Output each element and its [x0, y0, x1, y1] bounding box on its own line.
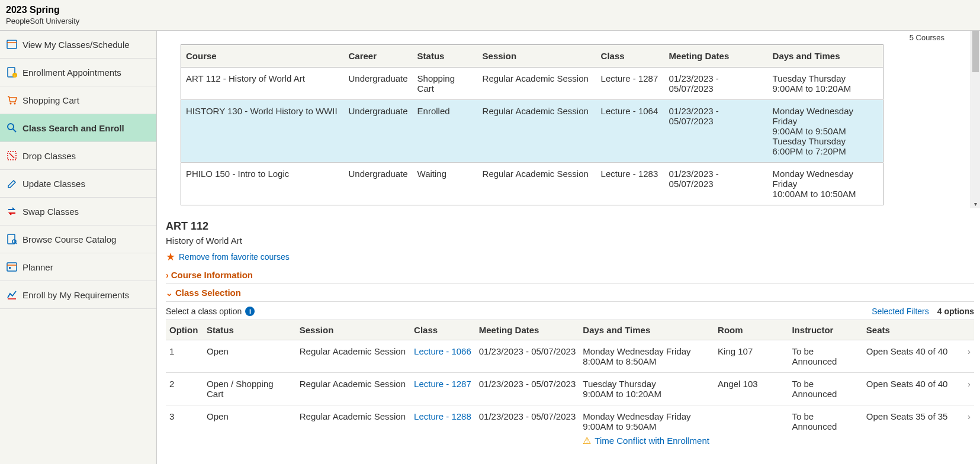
schedule-row[interactable]: HISTORY 130 - World History to WWII Unde…: [181, 100, 883, 163]
opt-header-dates: Meeting Dates: [475, 320, 580, 340]
course-code: ART 112: [166, 220, 974, 233]
cell-status: Shopping Cart: [413, 67, 478, 100]
info-icon[interactable]: i: [245, 307, 255, 316]
opt-seats: Open Seats 40 of 40: [863, 340, 959, 373]
opt-instructor: To be Announced: [788, 405, 862, 453]
page-header: 2023 Spring PeopleSoft University: [0, 0, 980, 31]
opt-room: Angel 103: [714, 373, 788, 405]
cell-career: Undergraduate: [344, 163, 413, 205]
sidebar-item-swap-classes[interactable]: Swap Classes: [0, 198, 156, 225]
opt-number: 2: [166, 373, 203, 405]
section-class-selection[interactable]: ⌄ Class Selection: [166, 284, 974, 302]
cell-times: Monday Wednesday Friday 10:00AM to 10:50…: [768, 163, 883, 205]
cell-times: Tuesday Thursday 9:00AM to 10:20AM: [768, 67, 883, 100]
remove-favorite-link[interactable]: ★ Remove from favorite courses: [166, 250, 974, 263]
class-link[interactable]: Lecture - 1066: [414, 346, 471, 356]
select-option-bar: Select a class option i Selected Filters…: [166, 302, 974, 320]
opt-room: King 107: [714, 340, 788, 373]
opt-dates: 01/23/2023 - 05/07/2023: [475, 373, 580, 405]
scrollbar[interactable]: ▾: [971, 31, 980, 208]
svg-line-8: [13, 129, 16, 132]
sidebar-item-enroll-by-requirements[interactable]: Enroll by My Requirements: [0, 281, 156, 309]
cell-session: Regular Academic Session: [478, 163, 596, 205]
cell-career: Undergraduate: [344, 67, 413, 100]
time-conflict-warning: ⚠ Time Conflict with Enrollment: [583, 435, 711, 446]
sidebar-item-planner[interactable]: Planner: [0, 253, 156, 281]
chevron-right-icon[interactable]: ›: [959, 340, 974, 373]
opt-times: Monday Wednesday Friday 8:00AM to 8:50AM: [579, 340, 714, 373]
class-options-table: Option Status Session Class Meeting Date…: [166, 320, 974, 452]
svg-rect-16: [9, 267, 11, 269]
chevron-right-icon[interactable]: ›: [959, 373, 974, 405]
sidebar-item-shopping-cart[interactable]: Shopping Cart: [0, 86, 156, 114]
star-icon: ★: [166, 250, 175, 263]
section-course-information[interactable]: › Course Information: [166, 266, 974, 284]
opt-header-class: Class: [410, 320, 475, 340]
sidebar-item-enrollment-appointments[interactable]: ! Enrollment Appointments: [0, 59, 156, 86]
col-header-dates: Meeting Dates: [664, 45, 768, 67]
scroll-down-icon[interactable]: ▾: [971, 199, 980, 208]
sidebar-item-drop-classes[interactable]: Drop Classes: [0, 142, 156, 170]
cell-dates: 01/23/2023 - 05/07/2023: [664, 67, 768, 100]
selected-filters-link[interactable]: Selected Filters: [872, 307, 928, 316]
chevron-right-icon[interactable]: ›: [959, 405, 974, 453]
schedule-table: Course Career Status Session Class Meeti…: [181, 44, 883, 205]
opt-number: 3: [166, 405, 203, 453]
opt-session: Regular Academic Session: [296, 373, 410, 405]
col-header-career: Career: [344, 45, 413, 67]
cell-session: Regular Academic Session: [478, 100, 596, 163]
drop-icon: [6, 150, 18, 162]
cell-dates: 01/23/2023 - 05/07/2023: [664, 100, 768, 163]
chart-icon: [6, 289, 18, 301]
sidebar-item-view-classes[interactable]: View My Classes/Schedule: [0, 31, 156, 59]
class-link[interactable]: Lecture - 1287: [414, 379, 471, 389]
cart-icon: [6, 94, 18, 106]
chevron-down-icon: ⌄: [166, 288, 173, 298]
opt-header-session: Session: [296, 320, 410, 340]
cell-course: PHILO 150 - Intro to Logic: [181, 163, 344, 205]
opt-header-seats: Seats: [863, 320, 959, 340]
opt-status: Open: [203, 340, 296, 373]
warning-text[interactable]: Time Conflict with Enrollment: [595, 436, 709, 446]
opt-header-status: Status: [203, 320, 296, 340]
cell-class: Lecture - 1064: [596, 100, 664, 163]
scrollbar-thumb[interactable]: [972, 31, 979, 72]
schedule-row[interactable]: ART 112 - History of World Art Undergrad…: [181, 67, 883, 100]
sidebar-item-label: Update Classes: [23, 179, 85, 189]
schedule-row[interactable]: PHILO 150 - Intro to Logic Undergraduate…: [181, 163, 883, 205]
opt-session: Regular Academic Session: [296, 405, 410, 453]
catalog-icon: [6, 233, 18, 245]
main-container: View My Classes/Schedule ! Enrollment Ap…: [0, 31, 980, 464]
opt-status: Open / Shopping Cart: [203, 373, 296, 405]
col-header-course: Course: [181, 45, 344, 67]
sidebar-item-label: Planner: [23, 262, 53, 272]
opt-status: Open: [203, 405, 296, 453]
course-header: ART 112 History of World Art: [166, 220, 974, 246]
class-link[interactable]: Lecture - 1288: [414, 411, 471, 421]
sidebar: View My Classes/Schedule ! Enrollment Ap…: [0, 31, 157, 464]
sidebar-item-label: View My Classes/Schedule: [23, 40, 130, 50]
section-title: Course Information: [171, 270, 253, 280]
remove-favorite-label: Remove from favorite courses: [179, 252, 290, 262]
option-row[interactable]: 3 Open Regular Academic Session Lecture …: [166, 405, 974, 453]
sidebar-item-class-search-enroll[interactable]: Class Search and Enroll: [0, 114, 156, 142]
edit-icon: [6, 178, 18, 189]
sidebar-item-update-classes[interactable]: Update Classes: [0, 170, 156, 198]
cell-course: HISTORY 130 - World History to WWII: [181, 100, 344, 163]
option-row[interactable]: 1 Open Regular Academic Session Lecture …: [166, 340, 974, 373]
course-count-label: 5 Courses: [157, 31, 980, 44]
opt-header-option: Option: [166, 320, 203, 340]
sidebar-item-browse-catalog[interactable]: Browse Course Catalog: [0, 225, 156, 253]
svg-rect-0: [7, 40, 17, 49]
options-count: 4 options: [937, 307, 974, 316]
svg-point-6: [14, 103, 16, 105]
option-row[interactable]: 2 Open / Shopping Cart Regular Academic …: [166, 373, 974, 405]
term-title: 2023 Spring: [6, 5, 974, 15]
sidebar-item-label: Enroll by My Requirements: [23, 290, 129, 300]
select-label: Select a class option: [166, 307, 242, 316]
course-title: History of World Art: [166, 236, 974, 246]
sidebar-item-label: Class Search and Enroll: [23, 123, 124, 133]
opt-session: Regular Academic Session: [296, 340, 410, 373]
svg-point-7: [8, 124, 14, 130]
cell-times: Monday Wednesday Friday 9:00AM to 9:50AM…: [768, 100, 883, 163]
